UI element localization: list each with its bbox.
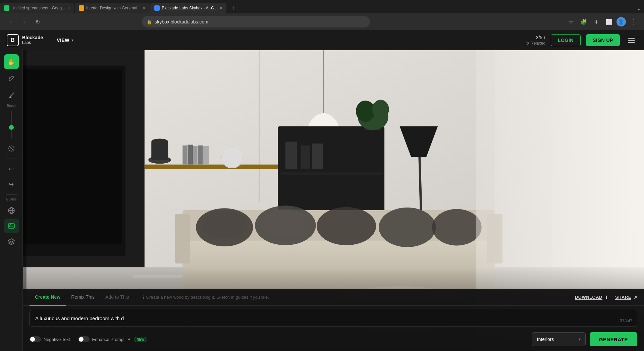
tab-expander[interactable]: ⌄ [633,3,644,13]
negative-text-label: Negative Text [44,337,70,342]
usage-count-row: 3/5 ℹ [536,35,545,40]
redo-icon: ↪ [9,181,14,188]
svg-point-30 [221,146,243,168]
tool-undo[interactable]: ↩ [4,162,19,176]
negative-toggle-knob [30,337,35,342]
svg-point-50 [379,208,436,247]
profile-avatar: 👤 [618,19,624,24]
hint-text: Create a new world by describing it. Ske… [146,295,269,300]
tab-close-interior[interactable]: ✕ [143,6,146,10]
sidebar-icon[interactable]: ⬜ [604,16,614,27]
guides-label: Guides [6,197,17,201]
menu-line-3 [628,42,635,43]
svg-point-40 [372,100,389,119]
header-right: 3/5 ℹ ⏱ Relaxed LOGIN SIGN UP [526,34,637,46]
usage-mode: Relaxed [531,41,545,46]
mode-icon: ⏱ [526,41,529,45]
logo-text-area: Blockade Labs [22,35,43,45]
tool-pen[interactable] [4,71,19,86]
tab-interior[interactable]: Interior Design with Generati... ✕ [75,3,150,13]
enhance-prompt-option: Enhance Prompt ✦ NEW [78,336,147,342]
tool-brush[interactable] [4,88,19,103]
enhance-prompt-toggle[interactable] [78,336,90,342]
tab-remix-this[interactable]: Remix This [66,289,100,306]
svg-rect-10 [23,69,122,244]
share-button[interactable]: SHARE ↗ [615,295,637,300]
tool-image[interactable] [4,219,19,233]
svg-rect-45 [175,214,190,264]
login-button[interactable]: LOGIN [551,34,581,46]
back-button[interactable]: ‹ [5,16,16,27]
tab-favicon-interior [79,5,84,11]
new-tab-button[interactable]: + [228,3,240,13]
prompt-textarea[interactable] [35,315,613,322]
usage-mode-row: ⏱ Relaxed [526,41,545,46]
profile-button[interactable]: 👤 [616,17,626,26]
tab-label-interior: Interior Design with Generati... [86,6,141,10]
app-header: B Blockade Labs VIEW ▾ 3/5 ℹ ⏱ Relaxed [0,30,644,50]
address-bar[interactable]: 🔒 skybox.blockadelabs.com [142,16,370,27]
usage-count: 3/5 [536,35,542,40]
svg-line-1 [10,147,13,150]
tool-3d[interactable] [4,234,19,249]
tab-label-sheets: Untitled spreadsheet - Goog... [11,6,65,10]
app: B Blockade Labs VIEW ▾ 3/5 ℹ ⏱ Relaxed [0,30,644,351]
tab-favicon-sheets [4,5,9,11]
sidebar-sep1 [6,159,17,159]
chrome-menu-icon[interactable]: ⋮ [628,16,639,27]
slider-track[interactable] [11,111,12,138]
download-icon[interactable]: ⬇ [591,16,602,27]
svg-rect-35 [301,145,310,169]
download-button[interactable]: DOWNLOAD ⬇ [575,295,608,300]
generate-button[interactable]: GENERATE [590,332,637,346]
negative-text-toggle[interactable] [30,336,41,342]
svg-point-51 [432,209,482,245]
svg-point-49 [317,207,376,245]
signup-button[interactable]: SIGN UP [586,34,620,46]
forward-button[interactable]: › [19,16,30,27]
svg-rect-24 [182,145,187,165]
tool-eraser[interactable] [4,141,19,156]
image-icon [8,222,15,230]
svg-rect-28 [203,146,209,165]
expander-icon: ⌄ [637,5,641,11]
reload-button[interactable]: ↻ [32,16,43,27]
svg-point-53 [261,209,310,238]
svg-rect-34 [285,142,297,169]
view-button[interactable]: VIEW ▾ [57,38,73,43]
style-dropdown[interactable]: Interiors ▾ [532,332,586,346]
svg-rect-26 [193,146,197,165]
sidebar-sep2 [6,194,17,195]
logo-icon: B [7,34,19,46]
tab-skybox[interactable]: Blockade Labs Skybox - AI-G... ✕ [150,3,226,13]
tab-close-skybox[interactable]: ✕ [219,6,222,10]
lock-icon: 🔒 [147,19,152,24]
tool-redo[interactable]: ↪ [4,177,19,192]
bookmark-icon[interactable]: ☆ [566,16,576,27]
toolbar-actions: ☆ 🧩 ⬇ ⬜ 👤 ⋮ [566,16,639,27]
negative-text-option: Negative Text [30,336,70,342]
share-label: SHARE [615,295,631,300]
prompt-row: 37/447 [23,306,644,330]
hamburger-menu[interactable] [625,34,637,46]
brush-size-slider[interactable] [11,111,12,138]
logo-area: B Blockade Labs [7,34,43,46]
svg-point-52 [202,211,247,238]
tab-create-new[interactable]: Create New [30,289,66,306]
svg-rect-36 [312,143,323,169]
enhance-sparkle-icon: ✦ [127,337,131,342]
menu-line-1 [628,38,635,39]
canvas-area[interactable]: Create New Remix This Add to This ℹ Crea… [23,50,644,351]
url-text: skybox.blockadelabs.com [155,19,208,24]
dropdown-chevron-icon: ▾ [579,337,581,342]
browser-tabs-bar: Untitled spreadsheet - Goog... ✕ Interio… [0,0,644,13]
extensions-icon[interactable]: 🧩 [578,16,589,27]
tab-sheets[interactable]: Untitled spreadsheet - Goog... ✕ [0,3,74,13]
left-sidebar: ✋ Brush [0,50,23,351]
brush-label: Brush [7,104,15,108]
tab-add-to-this[interactable]: Add to This [100,289,135,306]
tab-close-sheets[interactable]: ✕ [67,6,70,10]
browser-chrome: Untitled spreadsheet - Goog... ✕ Interio… [0,0,644,30]
tool-hand[interactable]: ✋ [4,54,19,69]
tool-globe[interactable] [4,203,19,218]
